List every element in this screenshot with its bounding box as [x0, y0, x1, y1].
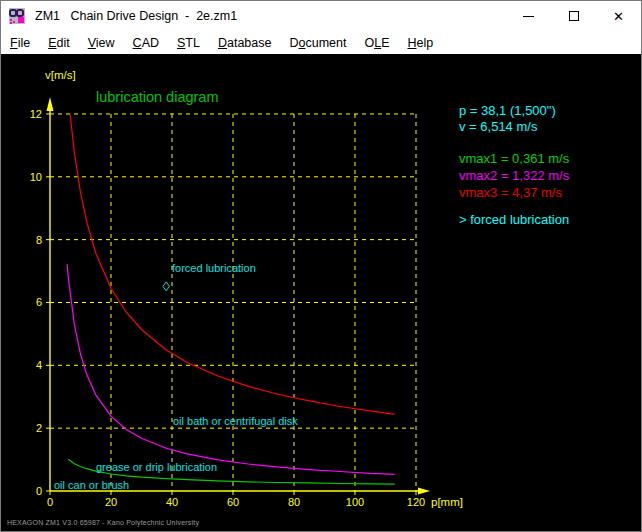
menu-item-label: atabase	[227, 36, 271, 50]
menu-item-cad[interactable]: CAD	[124, 33, 168, 53]
operating-point-values: p = 38,1 (1,500")v = 6,514 m/s	[459, 103, 556, 135]
menu-item-label: elp	[417, 36, 434, 50]
close-button[interactable]: ✕	[596, 1, 641, 31]
panel-line: p = 38,1 (1,500")	[459, 103, 556, 119]
panel-line: v = 6,514 m/s	[459, 119, 556, 135]
y-tick-label: 4	[36, 359, 42, 371]
x-axis-arrow-icon	[418, 488, 430, 495]
region-label: oil can or brush	[54, 479, 129, 491]
menu-item-stl[interactable]: STL	[168, 33, 209, 53]
menu-item-label: F	[10, 36, 18, 50]
icon-pixel	[10, 19, 12, 21]
menu-item-ole[interactable]: OLE	[355, 33, 398, 53]
app-window: ZM1 Chain Drive Design - 2e.zm1 ✕ FileEd…	[0, 0, 642, 532]
menu-item-label: iew	[96, 36, 115, 50]
status-bar: HEXAGON ZM1 V3.0 65987 - Kano Polytechni…	[7, 519, 407, 529]
icon-pixel	[18, 17, 24, 23]
x-tick-label: 40	[166, 496, 178, 508]
menu-item-label: TL	[185, 36, 200, 50]
title-bar: ZM1 Chain Drive Design - 2e.zm1 ✕	[1, 1, 641, 31]
vmax-values: vmax1 = 0,361 m/svmax2 = 1,322 m/svmax3 …	[459, 150, 569, 201]
menu-item-database[interactable]: Database	[209, 33, 281, 53]
y-tick-label: 8	[36, 234, 42, 246]
icon-pixel	[13, 21, 15, 23]
menu-item-label: D	[218, 36, 227, 50]
panel-line: vmax2 = 1,322 m/s	[459, 167, 569, 184]
window-controls: ✕	[506, 1, 641, 31]
maximize-button[interactable]	[551, 1, 596, 31]
x-tick-label: 60	[227, 496, 239, 508]
x-tick-label: 120	[407, 496, 425, 508]
region-label: oil bath or centrifugal disk	[173, 415, 298, 427]
menu-item-label: cument	[305, 36, 346, 50]
menu-item-label: V	[88, 36, 96, 50]
minimize-icon	[523, 16, 534, 17]
menu-item-label: ile	[18, 36, 31, 50]
window-title: ZM1 Chain Drive Design - 2e.zm1	[35, 9, 237, 23]
panel-line: > forced lubrication	[459, 212, 569, 228]
operating-point-diamond-icon	[163, 282, 169, 291]
x-tick-label: 80	[288, 496, 300, 508]
menu-item-label: AD	[142, 36, 159, 50]
menu-item-help[interactable]: Help	[398, 33, 442, 53]
chain-link-icon	[16, 9, 24, 17]
menu-item-label: E	[381, 36, 389, 50]
region-label: forced lubrication	[172, 262, 256, 274]
x-tick-label: 100	[346, 496, 364, 508]
menu-item-view[interactable]: View	[79, 33, 124, 53]
y-tick-label: 10	[30, 171, 42, 183]
y-tick-label: 2	[36, 422, 42, 434]
y-tick-label: 12	[30, 108, 42, 120]
x-axis-title: p[mm]	[431, 496, 463, 508]
app-icon[interactable]	[9, 8, 25, 24]
menu-item-label: E	[48, 36, 56, 50]
menu-item-document[interactable]: Document	[280, 33, 355, 53]
menu-bar: FileEditViewCADSTLDatabaseDocumentOLEHel…	[1, 31, 641, 54]
menu-item-label: dit	[57, 36, 70, 50]
region-label: grease or drip lubrication	[96, 461, 217, 473]
menu-item-label: C	[133, 36, 142, 50]
x-tick-label: 0	[47, 496, 53, 508]
menu-item-edit[interactable]: Edit	[39, 33, 79, 53]
menu-item-label: O	[364, 36, 374, 50]
panel-line: vmax3 = 4,37 m/s	[459, 184, 569, 201]
minimize-button[interactable]	[506, 1, 551, 31]
panel-line: vmax1 = 0,361 m/s	[459, 150, 569, 167]
x-tick-label: 20	[105, 496, 117, 508]
y-axis-arrow-icon	[47, 97, 54, 111]
maximize-icon	[569, 11, 579, 21]
y-tick-label: 0	[36, 485, 42, 497]
lubrication-recommendation: > forced lubrication	[459, 212, 569, 228]
icon-pixel	[10, 22, 12, 24]
menu-item-file[interactable]: File	[1, 33, 39, 53]
menu-item-label: H	[407, 36, 416, 50]
y-tick-label: 6	[36, 296, 42, 308]
chart-title: lubrication diagram	[96, 89, 219, 105]
y-axis-title: v[m/s]	[45, 69, 76, 81]
